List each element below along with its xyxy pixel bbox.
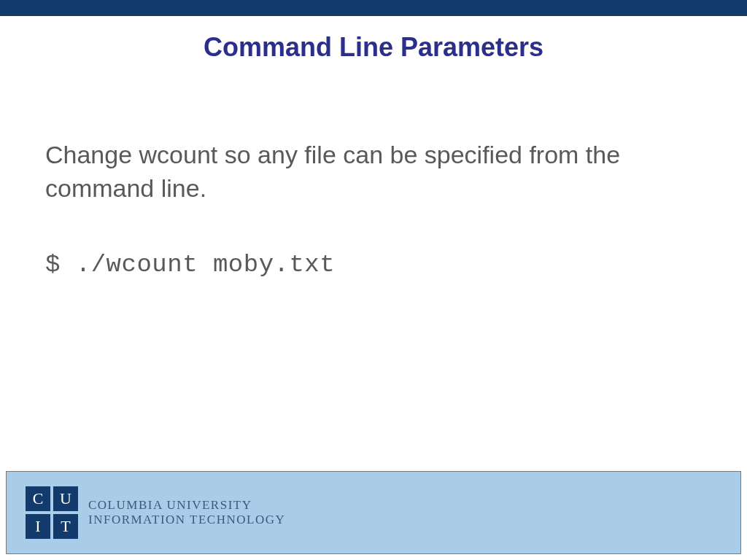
slide-body: Change wcount so any file can be specifi… (45, 139, 702, 279)
logo-cell-t: T (53, 514, 78, 539)
logo-cell-u: U (53, 486, 78, 511)
body-text: Change wcount so any file can be specifi… (45, 139, 702, 206)
slide-title: Command Line Parameters (0, 32, 747, 63)
org-name-line2: INFORMATION TECHNOLOGY (88, 513, 285, 527)
logo-text: COLUMBIA UNIVERSITY INFORMATION TECHNOLO… (88, 498, 285, 527)
footer-bar: C U I T COLUMBIA UNIVERSITY INFORMATION … (6, 471, 741, 554)
logo-grid: C U I T (26, 486, 78, 539)
footer-logo: C U I T COLUMBIA UNIVERSITY INFORMATION … (26, 486, 285, 539)
logo-cell-c: C (26, 486, 50, 511)
top-bar (0, 0, 747, 16)
logo-cell-i: I (26, 514, 50, 539)
org-name-line1: COLUMBIA UNIVERSITY (88, 498, 285, 513)
code-line: $ ./wcount moby.txt (45, 251, 702, 279)
slide: Command Line Parameters Change wcount so… (0, 0, 747, 560)
